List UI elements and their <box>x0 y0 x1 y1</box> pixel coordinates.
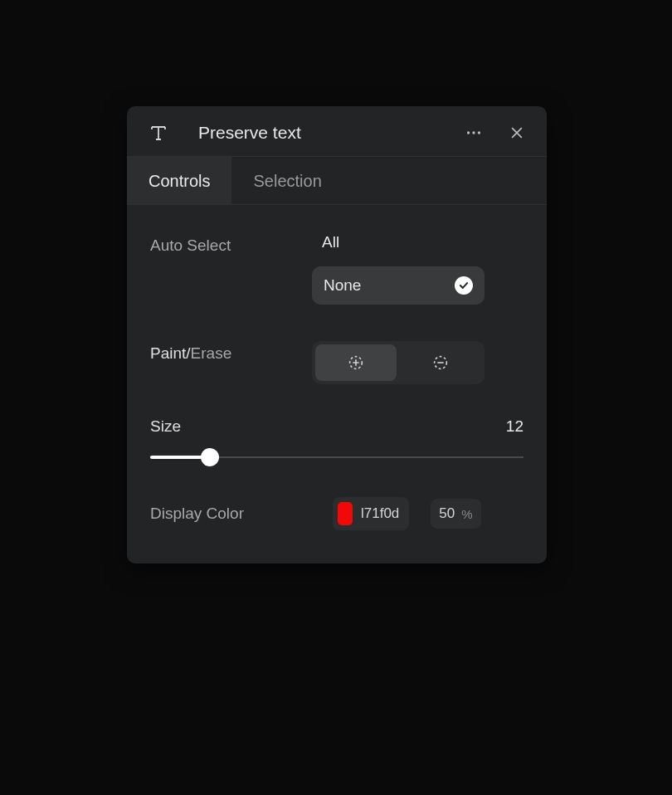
erase-button[interactable] <box>400 344 481 381</box>
size-slider[interactable] <box>150 447 523 467</box>
color-swatch <box>338 502 353 525</box>
auto-select-all[interactable]: All <box>312 233 485 251</box>
display-color-row: Display Color l71f0d 50 % <box>150 497 523 530</box>
check-icon <box>455 276 473 295</box>
panel-title: Preserve text <box>198 123 464 143</box>
auto-select-none[interactable]: None <box>312 266 485 305</box>
color-picker[interactable]: l71f0d <box>333 497 409 530</box>
tabs: Controls Selection <box>127 157 547 205</box>
close-icon[interactable] <box>507 123 527 143</box>
paint-erase-toggle <box>312 341 485 384</box>
paint-erase-row: Paint/Erase <box>150 341 523 384</box>
auto-select-label: Auto Select <box>150 233 312 255</box>
svg-point-1 <box>472 131 475 134</box>
opacity-unit: % <box>461 507 472 521</box>
text-icon <box>147 123 170 143</box>
size-section: Size 12 <box>150 417 523 467</box>
slider-thumb[interactable] <box>201 448 219 466</box>
size-label: Size <box>150 417 181 436</box>
svg-point-2 <box>478 131 480 134</box>
paint-erase-label: Paint/Erase <box>150 341 312 363</box>
opacity-input[interactable]: 50 % <box>431 499 480 529</box>
tab-controls[interactable]: Controls <box>127 157 231 204</box>
display-color-label: Display Color <box>150 505 333 523</box>
auto-select-row: Auto Select All None <box>150 233 523 305</box>
more-icon[interactable] <box>464 123 484 143</box>
auto-select-none-label: None <box>324 276 361 295</box>
color-hex: l71f0d <box>361 505 399 522</box>
paint-button[interactable] <box>315 344 397 381</box>
tab-selection[interactable]: Selection <box>231 157 343 204</box>
opacity-value: 50 <box>439 505 455 522</box>
svg-point-0 <box>467 131 470 134</box>
panel-header: Preserve text <box>127 106 547 157</box>
preserve-text-panel: Preserve text Controls Selection Auto Se… <box>127 106 547 563</box>
size-value: 12 <box>506 417 523 436</box>
